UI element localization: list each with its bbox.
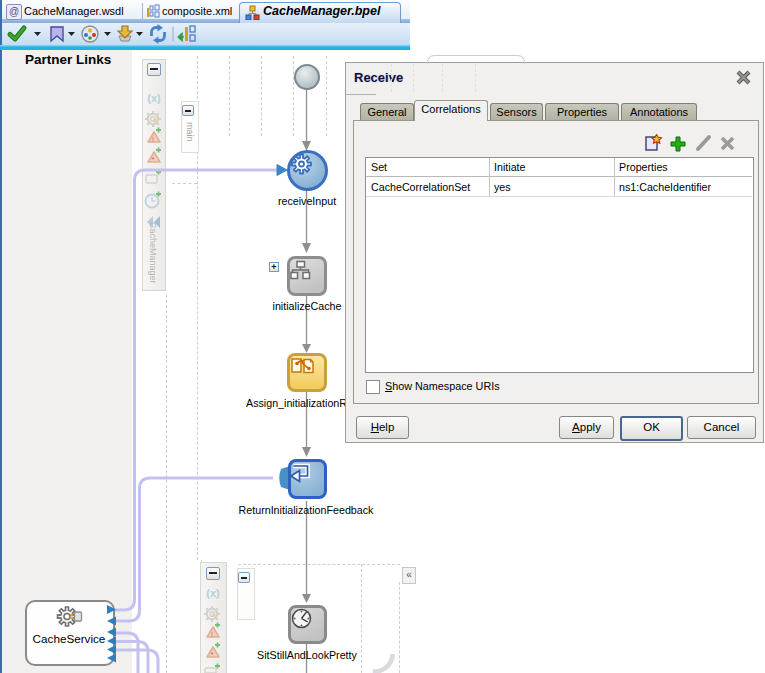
svg-text:!: ! bbox=[211, 631, 213, 638]
svg-text:(x): (x) bbox=[206, 587, 220, 599]
svg-text:*: * bbox=[210, 650, 213, 659]
